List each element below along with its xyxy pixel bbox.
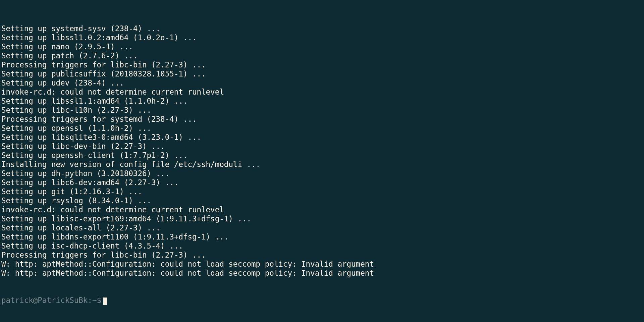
terminal-output: Setting up systemd-sysv (238-4) ...Setti… (1, 24, 644, 278)
output-line: Setting up publicsuffix (20180328.1055-1… (1, 69, 644, 78)
prompt-line[interactable]: patrick@PatrickSuBk:~$ (1, 296, 644, 305)
output-line: Setting up libisc-export169:amd64 (1:9.1… (1, 214, 644, 223)
output-line: Setting up openssh-client (1:7.7p1-2) ..… (1, 151, 644, 160)
output-line: Installing new version of config file /e… (1, 160, 644, 169)
cursor-icon (103, 298, 107, 305)
output-line: Setting up openssl (1.1.0h-2) ... (1, 124, 644, 133)
prompt-userhost: patrick@PatrickSuBk (1, 296, 88, 305)
output-line: Setting up dh-python (3.20180326) ... (1, 169, 644, 178)
output-line: W: http: aptMethod::Configuration: could… (1, 260, 644, 269)
output-line: Setting up libsqlite3-0:amd64 (3.23.0-1)… (1, 133, 644, 142)
output-line: Setting up isc-dhcp-client (4.3.5-4) ... (1, 241, 644, 251)
output-line: Setting up rsyslog (8.34.0-1) ... (1, 196, 644, 205)
output-line: Setting up libc-l10n (2.27-3) ... (1, 106, 644, 115)
output-line: Setting up libc-dev-bin (2.27-3) ... (1, 142, 644, 151)
output-line: Processing triggers for systemd (238-4) … (1, 115, 644, 124)
output-line: Setting up nano (2.9.5-1) ... (1, 42, 644, 51)
output-line: invoke-rc.d: could not determine current… (1, 88, 644, 97)
output-line: W: http: aptMethod::Configuration: could… (1, 269, 644, 278)
output-line: Setting up libssl1.1:amd64 (1.1.0h-2) ..… (1, 97, 644, 106)
prompt-dollar: $ (97, 296, 101, 305)
output-line: Setting up locales-all (2.27-3) ... (1, 223, 644, 232)
output-line: Setting up libssl1.0.2:amd64 (1.0.2o-1) … (1, 33, 644, 42)
output-line: Setting up libdns-export1100 (1:9.11.3+d… (1, 232, 644, 241)
terminal-window[interactable]: Setting up systemd-sysv (238-4) ...Setti… (0, 0, 644, 314)
output-line: invoke-rc.d: could not determine current… (1, 205, 644, 214)
prompt-colon: : (88, 296, 92, 305)
output-line: Setting up udev (238-4) ... (1, 78, 644, 88)
output-line: Processing triggers for libc-bin (2.27-3… (1, 60, 644, 69)
output-line: Setting up git (1:2.16.3-1) ... (1, 187, 644, 196)
output-line: Processing triggers for libc-bin (2.27-3… (1, 251, 644, 260)
output-line: Setting up patch (2.7.6-2) ... (1, 51, 644, 60)
prompt-path: ~ (92, 296, 97, 305)
output-line: Setting up libc6-dev:amd64 (2.27-3) ... (1, 178, 644, 187)
output-line: Setting up systemd-sysv (238-4) ... (1, 24, 644, 33)
